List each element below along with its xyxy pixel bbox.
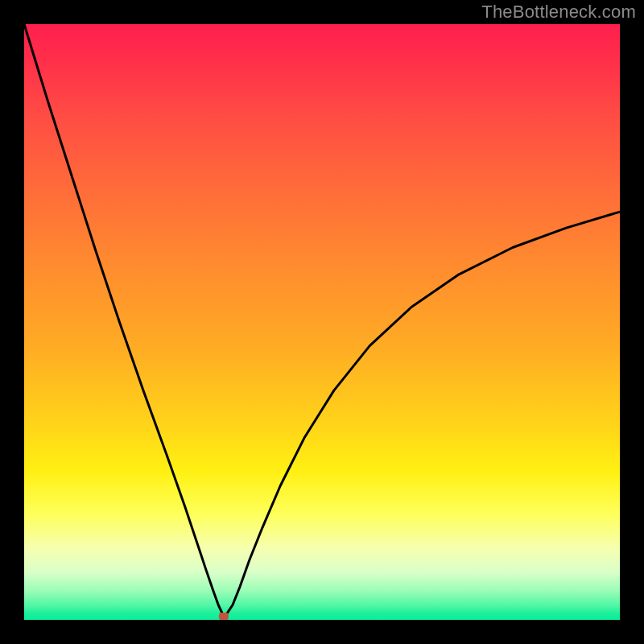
watermark-text: TheBottleneck.com xyxy=(481,2,636,23)
bottleneck-curve xyxy=(24,24,620,614)
plot-area xyxy=(24,24,620,620)
minimum-marker xyxy=(219,613,229,620)
chart-container: TheBottleneck.com xyxy=(0,0,644,644)
curve-svg xyxy=(24,24,620,620)
